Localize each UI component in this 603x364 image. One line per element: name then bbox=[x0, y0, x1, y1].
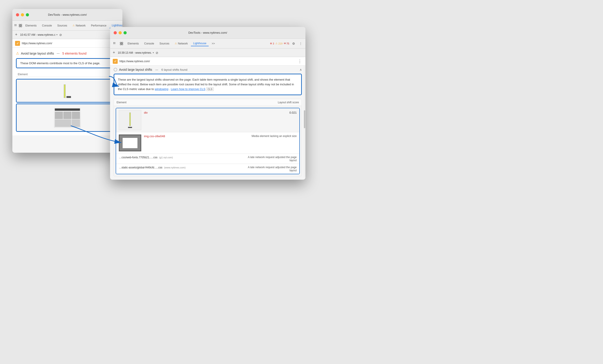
svg-rect-6 bbox=[19, 26, 20, 27]
tab-network-1[interactable]: ⚠ Network bbox=[70, 23, 88, 28]
audit-item-subtitle-2: 6 layout shifts found bbox=[162, 68, 187, 71]
close-button-1[interactable] bbox=[16, 13, 19, 16]
audit-url-bar-1: 🗞 https://www.nytimes.com/ bbox=[12, 39, 122, 48]
site-favicon-1: 🗞 bbox=[15, 41, 20, 46]
layers-icon-1[interactable] bbox=[19, 23, 22, 29]
warning-icon-2: ⚠ bbox=[275, 42, 278, 45]
vert-bar-visual bbox=[129, 113, 131, 126]
tab-elements-1[interactable]: Elements bbox=[23, 23, 39, 28]
site-favicon-2: 🗞 bbox=[113, 59, 118, 64]
toolbar-right-2: ⊗ 3 ⚠ 219 ✉ 75 ⚙ ⋮ bbox=[270, 41, 304, 46]
tab-sources-1[interactable]: Sources bbox=[55, 23, 70, 28]
tab-performance-1[interactable]: Performance bbox=[89, 23, 109, 28]
svg-rect-2 bbox=[15, 25, 15, 26]
svg-rect-7 bbox=[21, 26, 22, 27]
devtools-window-1: DevTools - www.nytimes.com/ Elements Con… bbox=[12, 9, 122, 153]
tab-console-1[interactable]: Console bbox=[40, 23, 54, 28]
audit-description-box-1: These DOM elements contribute most to th… bbox=[16, 58, 119, 68]
vert-bar-base bbox=[128, 127, 132, 128]
element-thumbnail-1: div bbox=[17, 80, 118, 102]
svg-rect-14 bbox=[120, 44, 121, 45]
tab-more-2[interactable]: >> bbox=[209, 41, 217, 46]
error-badge-red-2: ⊗ 3 bbox=[270, 42, 274, 45]
minimize-button-2[interactable] bbox=[119, 31, 122, 34]
layout-shift-score: 0.021 bbox=[289, 110, 297, 114]
menu-icon-2[interactable]: ⋮ bbox=[298, 41, 304, 46]
windowing-link[interactable]: windowing bbox=[155, 87, 168, 91]
img-element-tag: img.css-o9w048 bbox=[144, 135, 165, 138]
tab-elements-2[interactable]: Elements bbox=[125, 41, 141, 46]
svg-rect-3 bbox=[16, 25, 16, 26]
cls-badge: CLS bbox=[206, 87, 214, 91]
audit-url-bar-2: 🗞 https://www.nytimes.com/ ⋮ bbox=[110, 57, 305, 66]
url-time-1: 10:41:57 AM - www.nytimes.c ▾ bbox=[20, 33, 58, 36]
minimize-button-1[interactable] bbox=[21, 13, 24, 16]
audit-content-1: ⚠ Avoid large layout shifts — 5 elements… bbox=[12, 48, 122, 136]
audit-warning-icon-1: ⚠ bbox=[16, 51, 19, 56]
close-button-2[interactable] bbox=[114, 31, 117, 34]
scrollbar-track[interactable] bbox=[304, 66, 305, 177]
maximize-button-2[interactable] bbox=[124, 31, 127, 34]
audit-title-1: Avoid large layout shifts bbox=[21, 52, 54, 55]
audit-count-1: 5 elements found bbox=[62, 52, 86, 55]
svg-rect-8 bbox=[113, 42, 114, 43]
audit-url-2: https://www.nytimes.com/ bbox=[119, 60, 295, 63]
audit-item-row-2[interactable]: Avoid large layout shifts — 6 layout shi… bbox=[110, 66, 305, 74]
scrollbar-thumb[interactable] bbox=[304, 110, 305, 128]
maximize-button-1[interactable] bbox=[26, 13, 29, 16]
element-row-main[interactable]: div 0.021 img.css-o9w048 Media element l… bbox=[116, 108, 300, 174]
tab-sources-2[interactable]: Sources bbox=[157, 41, 172, 46]
error-icon-red-2: ⊗ bbox=[270, 42, 272, 45]
network-path-2: …static-assets/global-f449cfd.….css bbox=[119, 166, 162, 169]
tab-console-2[interactable]: Console bbox=[142, 41, 156, 46]
settings-icon-2[interactable]: ⚙ bbox=[290, 41, 296, 46]
reload-icon-2[interactable]: ⊘ bbox=[156, 51, 158, 55]
audit-table-header-1: Element bbox=[16, 72, 119, 77]
dropdown-arrow-2[interactable]: ▾ bbox=[153, 51, 154, 54]
cursor-icon-1[interactable] bbox=[14, 23, 18, 29]
dropdown-arrow-1[interactable]: ▾ bbox=[56, 34, 58, 36]
window-controls-1 bbox=[16, 13, 29, 16]
devtools-toolbar-2: Elements Console Sources ⚠ Network Light… bbox=[110, 39, 305, 48]
collapse-button-2[interactable]: ∧ bbox=[300, 68, 302, 71]
svg-rect-15 bbox=[122, 44, 123, 45]
three-dots-button-2[interactable]: ⋮ bbox=[297, 59, 303, 64]
add-tab-button-2[interactable]: + bbox=[112, 50, 116, 55]
network-warning-icon-2: ⚠ bbox=[175, 42, 177, 45]
element-row-top: div 0.021 bbox=[116, 108, 299, 132]
img-thumbnail bbox=[119, 135, 141, 151]
add-tab-button-1[interactable]: + bbox=[14, 32, 18, 37]
network-desc-2: A late network request adjusted the page… bbox=[243, 166, 297, 172]
titlebar-1: DevTools - www.nytimes.com/ bbox=[12, 9, 122, 21]
message-icon-2: ✉ bbox=[284, 42, 286, 45]
element-item-2[interactable]: div bbox=[16, 103, 119, 132]
svg-rect-0 bbox=[15, 24, 15, 25]
learn-cls-link[interactable]: Learn how to improve CLS bbox=[171, 87, 206, 91]
layers-icon-2[interactable] bbox=[119, 41, 124, 46]
svg-rect-5 bbox=[21, 24, 22, 25]
img-element-desc: Media element lacking an explicit size bbox=[252, 135, 297, 138]
element-tag-main: div bbox=[144, 110, 148, 114]
description-box-2: These are the largest layout shifts obse… bbox=[114, 74, 302, 95]
element-table-header-2: Element Layout shift score bbox=[114, 99, 302, 106]
window-controls-2 bbox=[114, 31, 127, 34]
address-bar-2: + 10:39:13 AM - www.nytimes. ▾ ⊘ bbox=[110, 48, 305, 57]
tab-network-2[interactable]: ⚠ Network bbox=[173, 41, 190, 46]
network-path-1: …css/web-fonts.7705b21.….css bbox=[119, 156, 157, 159]
tab-lighthouse-2[interactable]: Lighthouse bbox=[191, 41, 209, 46]
network-warning-icon-1: ⚠ bbox=[72, 24, 75, 27]
network-desc-1: A late network request adjusted the page… bbox=[243, 156, 297, 162]
svg-rect-13 bbox=[122, 42, 123, 43]
cursor-icon-2[interactable] bbox=[112, 41, 118, 46]
url-time-2: 10:39:13 AM - www.nytimes. ▾ bbox=[118, 51, 154, 54]
error-badge-yellow-2: ⚠ 219 bbox=[275, 42, 282, 45]
sub-element-row-img: img.css-o9w048 Media element lacking an … bbox=[116, 132, 299, 154]
element-list-1: div bbox=[16, 79, 119, 132]
circle-icon-2 bbox=[114, 68, 117, 71]
svg-rect-10 bbox=[113, 43, 114, 44]
reload-icon-1[interactable]: ⊘ bbox=[59, 33, 62, 37]
element-item-1[interactable]: div bbox=[16, 79, 119, 103]
window-title-2: DevTools - www.nytimes.com/ bbox=[188, 31, 227, 34]
element-table-2: Element Layout shift score div 0.021 bbox=[114, 99, 302, 176]
bar-base-1 bbox=[67, 96, 71, 98]
